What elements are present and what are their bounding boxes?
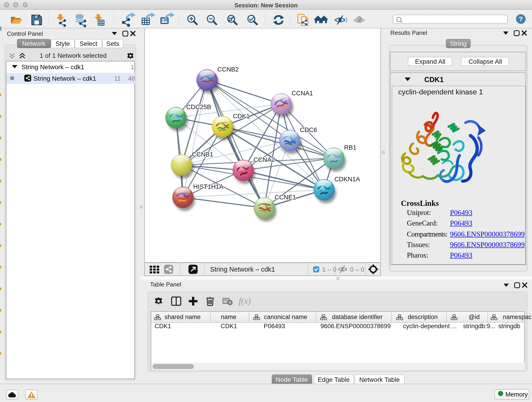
svg-text:CDKN1A: CDKN1A: [334, 176, 360, 183]
svg-text:CCNA2: CCNA2: [253, 156, 275, 163]
svg-text:CCNA1: CCNA1: [291, 89, 313, 97]
svg-text:CCNB2: CCNB2: [217, 66, 239, 73]
svg-text:?: ?: [519, 15, 523, 23]
svg-text:CCNB1: CCNB1: [192, 151, 213, 158]
svg-text:CDC25B: CDC25B: [186, 103, 211, 110]
svg-text:f(x): f(x): [239, 296, 251, 306]
svg-text:0 – 0: 0 – 0: [350, 266, 364, 273]
svg-text:CCNE1: CCNE1: [274, 194, 296, 201]
svg-text:RB1: RB1: [344, 144, 356, 151]
svg-text:CDC6: CDC6: [300, 126, 317, 133]
svg-text:CDK1: CDK1: [233, 113, 250, 120]
svg-text:String Network – cdk1: String Network – cdk1: [210, 266, 275, 273]
svg-text:1 – 0: 1 – 0: [322, 266, 336, 273]
svg-text:HIST1H1A: HIST1H1A: [193, 183, 223, 190]
